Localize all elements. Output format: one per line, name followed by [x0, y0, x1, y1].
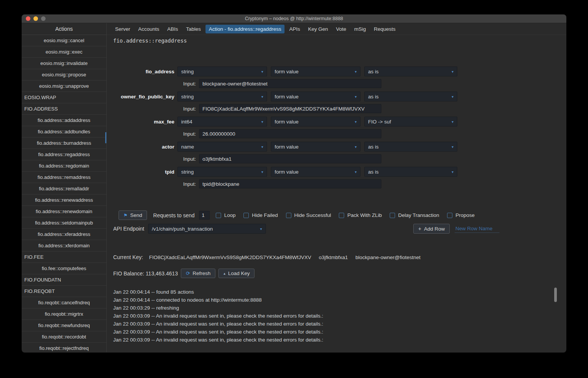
- send-option[interactable]: Pack With ZLib: [339, 212, 382, 218]
- sidebar-item[interactable]: eosio.msig::propose: [22, 69, 106, 81]
- sidebar-item[interactable]: eosio.msig::invalidate: [22, 58, 106, 69]
- transform-select[interactable]: as is ▾: [364, 92, 457, 101]
- sidebar-item[interactable]: fio.address::regaddress: [22, 149, 106, 160]
- sidebar-item[interactable]: FIO.REQOBT: [22, 286, 106, 297]
- send-option[interactable]: Hide Successful: [286, 212, 331, 218]
- main-scrollbar-thumb[interactable]: [554, 288, 557, 302]
- checkbox[interactable]: [390, 213, 395, 218]
- value-source-value: form value: [275, 119, 299, 125]
- current-key-row: Current Key: FIO8CjXadcEaLAqffMr9WxermVv…: [113, 254, 566, 260]
- refresh-label: Refresh: [193, 270, 210, 276]
- sidebar-item[interactable]: fio.address::regdomain: [22, 160, 106, 172]
- sidebar-item[interactable]: EOSIO.WRAP: [22, 92, 106, 103]
- sidebar-item[interactable]: fio.fee::computefees: [22, 263, 106, 274]
- action-form: fio_address string ▾ form value ▾: [113, 66, 566, 188]
- sidebar-item[interactable]: fio.address::remalladdr: [22, 183, 106, 195]
- close-button[interactable]: [26, 16, 30, 21]
- tab[interactable]: ABIs: [164, 25, 182, 33]
- chevron-down-icon: ▾: [452, 95, 454, 99]
- tab[interactable]: Action - fio.address::regaddress: [205, 25, 285, 33]
- sidebar-item[interactable]: fio.reqobt::cancelfndreq: [22, 297, 106, 308]
- sidebar-item[interactable]: fio.reqobt::migrtrx: [22, 308, 106, 320]
- value-source-select[interactable]: form value ▾: [271, 167, 360, 177]
- transform-select[interactable]: FIO -> suf ▾: [364, 117, 457, 127]
- add-row-button[interactable]: + Add Row: [413, 224, 450, 234]
- sidebar-item[interactable]: eosio.msig::unapprove: [22, 81, 106, 92]
- field-type-select[interactable]: string ▾: [177, 66, 267, 76]
- sidebar-item[interactable]: fio.address::addaddress: [22, 115, 106, 126]
- sidebar-item[interactable]: fio.reqobt::newfundsreq: [22, 320, 106, 331]
- field-type-value: int64: [181, 119, 192, 125]
- field-value-input[interactable]: [199, 79, 381, 88]
- minimize-button[interactable]: [33, 16, 38, 21]
- sidebar-item[interactable]: fio.address::remaddress: [22, 172, 106, 183]
- sidebar-item[interactable]: fio.reqobt::rejectfndreq: [22, 343, 106, 352]
- checkbox[interactable]: [447, 213, 452, 218]
- refresh-icon: ⟳: [186, 270, 190, 276]
- tab[interactable]: Vote: [333, 25, 350, 33]
- value-source-select[interactable]: form value ▾: [271, 142, 360, 152]
- field-value-input[interactable]: [199, 179, 381, 188]
- sidebar-item[interactable]: fio.reqobt::recordobt: [22, 331, 106, 343]
- send-button[interactable]: ⚑ Send: [119, 210, 147, 220]
- send-option[interactable]: Hide Failed: [243, 212, 278, 218]
- checkbox[interactable]: [216, 213, 221, 218]
- checkbox-label: Hide Failed: [252, 212, 278, 218]
- api-endpoint-select[interactable]: /v1/chain/push_transaction ▾: [148, 224, 266, 234]
- chevron-down-icon: ▾: [261, 145, 263, 149]
- tabbar: Server Accounts ABIs Tables Action - fio…: [107, 23, 566, 35]
- field-value-input[interactable]: [199, 104, 381, 113]
- requests-count-input[interactable]: [199, 211, 210, 220]
- tab[interactable]: Tables: [183, 25, 204, 33]
- api-endpoint-row: API Endpoint /v1/chain/push_transaction …: [113, 224, 566, 234]
- transform-select[interactable]: as is ▾: [364, 66, 457, 76]
- value-source-select[interactable]: form value ▾: [271, 66, 360, 76]
- value-source-select[interactable]: form value ▾: [271, 117, 360, 127]
- sidebar-scrollbar-thumb[interactable]: [105, 132, 106, 143]
- transform-select[interactable]: as is ▾: [364, 142, 457, 152]
- chevron-down-icon: ▾: [261, 170, 263, 174]
- chevron-down-icon: ▾: [452, 70, 454, 74]
- actions-sidebar: Actions eosio.msig::cancel eosio.msig::e…: [22, 23, 107, 352]
- sidebar-item[interactable]: fio.address::burnaddress: [22, 138, 106, 149]
- sidebar-item[interactable]: fio.address::renewdomain: [22, 206, 106, 217]
- send-option[interactable]: Loop: [216, 212, 236, 218]
- sidebar-item[interactable]: eosio.msig::exec: [22, 46, 106, 58]
- sidebar-item[interactable]: eosio.msig::cancel: [22, 35, 106, 46]
- field-type-select[interactable]: name ▾: [177, 142, 267, 152]
- tab[interactable]: APIs: [286, 25, 303, 33]
- tab[interactable]: Key Gen: [305, 25, 332, 33]
- tab[interactable]: Server: [112, 25, 134, 33]
- refresh-button[interactable]: ⟳ Refresh: [181, 269, 215, 278]
- sidebar-item[interactable]: fio.address::setdomainpub: [22, 217, 106, 229]
- field-type-value: string: [181, 94, 194, 100]
- field-type-select[interactable]: string ▾: [177, 92, 267, 101]
- sidebar-item[interactable]: FIO.FEE: [22, 251, 106, 263]
- field-value-input[interactable]: [199, 129, 381, 138]
- tab[interactable]: Accounts: [135, 25, 163, 33]
- tab[interactable]: Requests: [370, 25, 399, 33]
- zoom-button[interactable]: [41, 16, 46, 21]
- sidebar-item[interactable]: fio.address::renewaddress: [22, 195, 106, 206]
- send-option[interactable]: Propose: [447, 212, 474, 218]
- checkbox[interactable]: [243, 213, 249, 218]
- transform-select[interactable]: as is ▾: [364, 167, 457, 177]
- load-key-button[interactable]: ▴ Load Key: [218, 269, 254, 278]
- sidebar-item[interactable]: fio.address::xferaddress: [22, 229, 106, 240]
- sidebar-item[interactable]: fio.address::addbundles: [22, 126, 106, 138]
- field-value-input[interactable]: [199, 154, 381, 163]
- value-source-select[interactable]: form value ▾: [271, 92, 360, 101]
- log-output: Jan 22 00:04:14 -- found 85 actions Jan …: [113, 288, 566, 344]
- send-option[interactable]: Delay Transaction: [390, 212, 439, 218]
- new-row-name-input[interactable]: [455, 225, 499, 233]
- checkbox[interactable]: [286, 213, 291, 218]
- checkbox[interactable]: [339, 213, 344, 218]
- field-type-select[interactable]: string ▾: [177, 167, 267, 177]
- sidebar-item[interactable]: fio.address::xferdomain: [22, 240, 106, 251]
- tab[interactable]: mSig: [351, 25, 370, 33]
- chevron-down-icon: ▾: [355, 120, 357, 124]
- action-title: fio.address::regaddress: [113, 38, 566, 44]
- sidebar-item[interactable]: FIO.ADDRESS: [22, 103, 106, 115]
- field-type-select[interactable]: int64 ▾: [177, 117, 267, 127]
- sidebar-item[interactable]: FIO.FOUNDATN: [22, 274, 106, 286]
